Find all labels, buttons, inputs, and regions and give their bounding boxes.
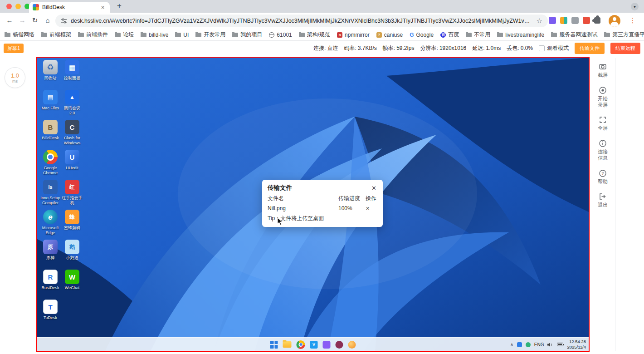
chrome-taskbar-icon[interactable] [297, 340, 305, 349]
column-progress: 传输进度 [338, 195, 366, 202]
desktop-icon-genshin[interactable]: 原神 [40, 240, 61, 270]
bookmark-item[interactable]: livestreaminglife [497, 32, 544, 38]
stat-connection: 连接:直连 [313, 44, 338, 52]
forward-button[interactable]: → [17, 16, 27, 24]
desktop-icon-mac-files[interactable]: Mac Files [40, 90, 61, 120]
tray-app-icon[interactable] [517, 342, 522, 347]
sidebar-item-help[interactable]: ? 帮助 [597, 169, 608, 185]
bookmark-item[interactable]: nnpmmirror [337, 32, 370, 38]
desktop-icon-wechat[interactable]: WeChat [62, 270, 83, 300]
desktop-icon-billddesk[interactable]: BilldDesk [40, 120, 61, 150]
end-remote-button[interactable]: 结束远程 [610, 43, 640, 54]
extensions-puzzle-icon[interactable] [594, 17, 600, 24]
bookmark-item[interactable]: ?caniuse [376, 32, 403, 38]
tray-app-icon[interactable] [526, 342, 531, 347]
remote-desktop[interactable]: 回收站 控制面板 Mac Files 腾讯会议2.0 BilldDesk Cla… [37, 58, 589, 351]
desktop-icon-beecut[interactable]: 蜜蜂剪辑 [62, 210, 83, 240]
sidebar-item-record[interactable]: 开始录屏 [597, 86, 608, 108]
bookmark-item[interactable]: 架构/规范 [299, 31, 330, 39]
profile-avatar[interactable] [609, 15, 620, 27]
bookmark-item[interactable]: 第三方直播平台 [604, 31, 644, 39]
dialog-close-icon[interactable]: ✕ [371, 185, 377, 192]
mouse-cursor [277, 217, 283, 226]
tray-chevron-icon[interactable]: ∧ [510, 342, 513, 347]
extension-icon[interactable] [571, 17, 579, 24]
bookmark-item[interactable]: 百百度 [440, 31, 459, 39]
bookmark-item[interactable]: 前端插件 [78, 31, 108, 39]
desktop-icon-clash[interactable]: Clash for Windows [62, 120, 83, 150]
xiaoet-icon [65, 240, 79, 254]
desktop-icon-edge[interactable]: Microsoft Edge [40, 210, 61, 240]
screen-tab-badge[interactable]: 屏幕1 [4, 44, 24, 53]
watch-mode-checkbox[interactable] [539, 45, 545, 51]
desktop-icon-uuedit[interactable]: UUedit [62, 150, 83, 180]
tab-search-chevron-icon[interactable]: ▾ [631, 3, 639, 10]
close-window-button[interactable] [6, 4, 12, 9]
folder-icon [195, 33, 201, 37]
browser-tab[interactable]: BilldDesk ✕ [29, 2, 110, 13]
bookmark-item[interactable]: GGoogle [410, 32, 434, 38]
beecut-icon [65, 210, 79, 224]
desktop-icon-chrome[interactable]: Google Chrome [40, 150, 61, 180]
uuedit-icon [65, 150, 79, 164]
minimize-window-button[interactable] [15, 4, 21, 9]
remote-control-toolbar: 屏幕1 连接:直连 码率:3.7KB/s 帧率:59.2fps 分辨率:1920… [0, 41, 644, 55]
desktop-icon-meeting[interactable]: 腾讯会议2.0 [62, 90, 83, 120]
bookmark-item[interactable]: 论坛 [115, 31, 134, 39]
watch-mode-toggle[interactable]: 观看模式 [539, 44, 569, 52]
desktop-icon-todesk[interactable]: ToDesk [40, 300, 61, 329]
meeting-icon [65, 90, 79, 104]
vscode-icon[interactable]: V [310, 341, 318, 349]
bookmark-item[interactable]: 前端框架 [41, 31, 71, 39]
column-action: 操作 [366, 195, 377, 202]
bookmark-item[interactable]: billd-live [141, 32, 168, 38]
bookmark-item[interactable]: 开发常用 [195, 31, 225, 39]
bookmark-item[interactable]: 不常用 [466, 31, 490, 39]
sidebar-item-fullscreen[interactable]: 全屏 [597, 116, 608, 132]
desktop-icon-inno-setup[interactable]: Inno Setup Compiler [40, 180, 61, 210]
desktop-icon-control-panel[interactable]: 控制面板 [62, 60, 83, 90]
reload-button[interactable]: ↻ [30, 16, 40, 25]
back-button[interactable]: ← [5, 16, 15, 24]
traffic-lights [6, 4, 30, 9]
bookmark-item[interactable]: 我的项目 [232, 31, 262, 39]
sidebar-item-screenshot[interactable]: 截屏 [597, 63, 608, 79]
stat-packet-loss: 丢包:0.0% [507, 44, 533, 52]
extension-icon[interactable] [560, 17, 567, 24]
url-text: desk.hsslive.cn/#/webrtc?info=JTdCJTIyZG… [71, 18, 533, 24]
new-tab-button[interactable]: + [114, 1, 124, 10]
volume-icon[interactable] [547, 342, 553, 347]
desktop-icon-recycle-bin[interactable]: 回收站 [40, 60, 61, 90]
redfinger-icon [65, 180, 79, 194]
extension-icon[interactable] [549, 17, 556, 24]
bookmark-item[interactable]: 服务器网速测试 [551, 31, 597, 39]
app-icon-maroon[interactable] [336, 341, 343, 349]
desktop-icon-rustdesk[interactable]: RustDesk [40, 270, 61, 300]
file-explorer-icon[interactable] [283, 341, 292, 348]
taskbar-time: 12:54:28 [567, 339, 586, 344]
sidebar-item-connection-info[interactable]: 连接信息 [597, 139, 608, 162]
bookmark-item[interactable]: 畅指网络 [5, 31, 34, 39]
home-button[interactable]: ⌂ [43, 16, 53, 24]
bookmark-star-icon[interactable]: ☆ [537, 17, 542, 25]
transfer-file-button[interactable]: 传输文件 [575, 43, 605, 54]
tab-close-icon[interactable]: ✕ [100, 4, 106, 11]
address-bar[interactable]: desk.hsslive.cn/#/webrtc?info=JTdCJTIyZG… [55, 15, 548, 27]
battery-icon[interactable] [557, 343, 563, 346]
site-settings-icon[interactable] [61, 18, 67, 24]
bookmark-item[interactable]: UI [175, 32, 189, 38]
app-icon-orange[interactable] [348, 341, 356, 349]
desktop-icon-xiaoet[interactable]: 小鹅通 [62, 240, 83, 270]
taskbar-clock[interactable]: 12:54:28 2025/11/4 [567, 339, 586, 350]
cancel-file-icon[interactable]: ✕ [366, 206, 377, 211]
bookmark-item[interactable]: 61001 [269, 32, 292, 38]
extension-icon[interactable] [583, 17, 590, 24]
windows-taskbar: V ∧ ENG 12:54:28 2025/ [37, 337, 589, 351]
folder-icon [5, 33, 10, 37]
input-language-indicator[interactable]: ENG [534, 342, 544, 347]
browser-menu-icon[interactable]: ⋮ [629, 16, 636, 25]
sidebar-item-exit[interactable]: 退出 [597, 192, 608, 208]
desktop-icon-redfinger[interactable]: 红手指云手机 [62, 180, 83, 210]
start-button[interactable] [270, 341, 278, 349]
app-icon-purple[interactable] [323, 341, 331, 349]
